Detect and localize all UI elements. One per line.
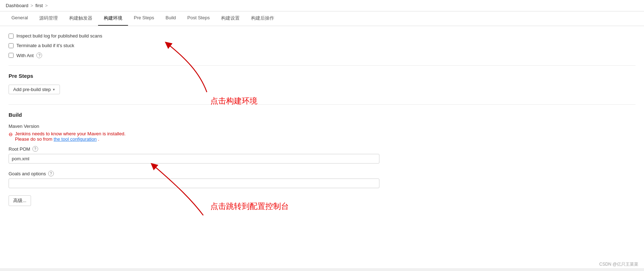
- breadcrumb-first[interactable]: first: [35, 3, 43, 8]
- build-title: Build: [9, 112, 635, 118]
- goals-label-row: Goals and options ?: [9, 171, 635, 176]
- divider-1: [9, 65, 635, 66]
- error-line2: Please do so from the tool configuration…: [15, 136, 126, 142]
- breadcrumb-dashboard[interactable]: Dashboard: [6, 3, 29, 8]
- error-icon: ⊖: [9, 131, 13, 137]
- tab-postactions[interactable]: 构建后操作: [245, 11, 280, 26]
- tab-env[interactable]: 构建环境: [98, 11, 128, 26]
- maven-version-label: Maven Version: [9, 124, 635, 129]
- add-prebuild-step-button[interactable]: Add pre-build step: [9, 85, 60, 94]
- tab-source[interactable]: 源码管理: [34, 11, 63, 26]
- tabs-bar: General 源码管理 构建触发器 构建环境 Pre Steps Build …: [0, 11, 644, 26]
- checkbox-terminate-build[interactable]: [9, 43, 14, 48]
- goals-input[interactable]: [9, 179, 379, 188]
- annotation-click-config: 点击跳转到配置控制台: [210, 201, 289, 212]
- checkbox-with-ant[interactable]: [9, 53, 14, 58]
- checkbox-with-ant-label: With Ant: [16, 53, 34, 58]
- checkbox-row-inspect: Inspect build log for published build sc…: [9, 33, 635, 39]
- checkbox-row-terminate: Terminate a build if it's stuck: [9, 43, 635, 48]
- with-ant-help-icon[interactable]: ?: [36, 52, 42, 58]
- presteps-title: Pre Steps: [9, 73, 635, 79]
- advanced-button-label: 高级...: [13, 197, 26, 204]
- checkbox-inspect-label: Inspect build log for published build sc…: [16, 33, 102, 39]
- root-pom-help-icon[interactable]: ?: [32, 146, 38, 152]
- tab-presteps[interactable]: Pre Steps: [128, 11, 160, 26]
- checkbox-inspect-build-log[interactable]: [9, 34, 14, 39]
- main-content: General 源码管理 构建触发器 构建环境 Pre Steps Build …: [0, 11, 644, 268]
- tab-general[interactable]: General: [6, 11, 34, 26]
- build-section: Build Maven Version ⊖ Jenkins needs to k…: [9, 112, 635, 206]
- error-box: ⊖ Jenkins needs to know where your Maven…: [9, 131, 635, 142]
- add-prebuild-step-label: Add pre-build step: [13, 87, 51, 92]
- error-line1: Jenkins needs to know where your Maven i…: [15, 131, 126, 136]
- tool-configuration-link[interactable]: the tool configuration: [53, 136, 97, 142]
- breadcrumb-bar: Dashboard > first >: [0, 0, 644, 11]
- goals-label: Goals and options: [9, 171, 46, 176]
- presteps-section: Pre Steps Add pre-build step: [9, 73, 635, 94]
- tab-poststeps[interactable]: Post Steps: [182, 11, 215, 26]
- root-pom-input[interactable]: [9, 154, 379, 164]
- root-pom-label: Root POM: [9, 146, 30, 152]
- advanced-button[interactable]: 高级...: [9, 195, 31, 206]
- root-pom-label-row: Root POM ?: [9, 146, 635, 152]
- divider-2: [9, 104, 635, 105]
- goals-help-icon[interactable]: ?: [48, 171, 54, 176]
- breadcrumb-sep2: >: [45, 3, 48, 8]
- tab-build[interactable]: Build: [160, 11, 182, 26]
- breadcrumb-sep1: >: [31, 3, 34, 8]
- error-message: Jenkins needs to know where your Maven i…: [15, 131, 126, 142]
- annotation-click-env: 点击构建环境: [210, 96, 257, 106]
- tab-settings[interactable]: 构建设置: [215, 11, 245, 26]
- checkbox-terminate-label: Terminate a build if it's stuck: [16, 43, 74, 48]
- tab-triggers[interactable]: 构建触发器: [63, 11, 98, 26]
- checkbox-row-with-ant: With Ant ?: [9, 52, 635, 58]
- watermark: CSDN @亿只王菜菜: [599, 261, 638, 267]
- content-area: Inspect build log for published build sc…: [0, 26, 644, 223]
